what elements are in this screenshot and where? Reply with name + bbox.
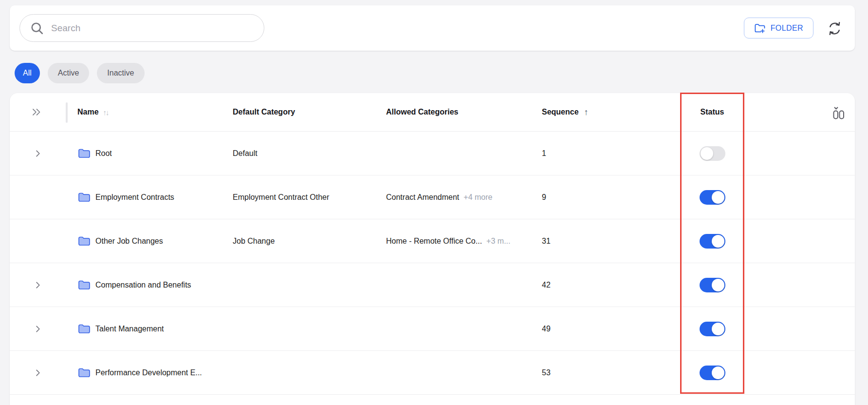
table-header-row: Name ↑↓ Default Category Allowed Categor… [10,93,855,132]
chevron-right-icon [34,368,42,377]
chevron-right-icon [34,149,42,158]
row-sequence: 31 [542,219,551,263]
row-name[interactable]: Compensation and Benefits [95,263,191,307]
column-settings-icon [831,105,845,121]
row-default-category: Job Change [233,219,275,263]
status-toggle[interactable] [700,190,725,205]
add-folder-button[interactable]: FOLDER [744,18,813,39]
sort-both-icon[interactable]: ↑↓ [103,108,109,116]
folder-icon [78,175,91,219]
status-toggle[interactable] [700,146,725,161]
row-expand-chevron[interactable] [31,263,45,307]
row-expand-chevron[interactable] [31,351,45,394]
row-sequence: 49 [542,307,551,350]
folder-icon [78,351,91,394]
row-allowed-categories [386,263,390,307]
column-header-status[interactable]: Status [680,93,744,131]
refresh-icon [827,20,843,37]
chevron-right-icon [34,325,42,333]
row-default-category: Default [233,132,258,175]
status-toggle[interactable] [700,234,725,249]
row-name[interactable]: Other Job Changes [95,219,163,263]
folder-icon [78,132,91,175]
row-expand-chevron[interactable] [31,132,45,175]
folder-plus-icon [754,22,766,34]
filter-all[interactable]: All [15,63,40,83]
double-chevron-right-icon [30,106,43,118]
toggle-knob [701,147,713,160]
folder-icon [78,263,91,307]
column-header-sequence[interactable]: Sequence ↑ [542,93,589,131]
row-allowed-categories [386,307,390,350]
allowed-more-badge[interactable]: +4 more [463,193,492,202]
row-expand-chevron[interactable] [31,307,45,350]
table-row: Performance Development E... 53 [10,351,855,395]
allowed-main: Home - Remote Office Co... [386,237,482,246]
filter-inactive[interactable]: Inactive [97,63,144,83]
row-status-cell [680,263,744,307]
column-header-name-label: Name [77,108,99,116]
folder-icon [78,307,91,350]
expand-all-button[interactable] [29,105,44,119]
row-name[interactable]: Root [95,132,112,175]
row-allowed-categories [386,351,390,394]
add-folder-label: FOLDER [771,24,803,33]
toggle-knob [712,279,724,291]
status-toggle[interactable] [700,366,725,380]
row-status-cell [680,132,744,175]
column-settings-button[interactable] [830,105,846,121]
table-row: Talent Management 49 [10,307,855,351]
row-allowed-categories: Home - Remote Office Co... +3 m... [386,219,510,263]
refresh-button[interactable] [826,19,843,37]
column-header-allowed-categories[interactable]: Allowed Categories [386,93,458,131]
table-row: Root Default 1 [10,132,855,175]
row-status-cell [680,351,744,394]
row-sequence: 53 [542,351,551,394]
row-status-cell [680,175,744,219]
row-allowed-categories: Contract Amendment +4 more [386,175,492,219]
column-header-name[interactable]: Name ↑↓ [77,93,109,131]
table-row: Employment Contracts Employment Contract… [10,175,855,219]
row-name[interactable]: Performance Development E... [95,351,202,394]
column-resize-handle[interactable] [66,102,68,123]
table-row: Compensation and Benefits 42 [10,263,855,307]
search-icon [30,21,44,36]
toggle-knob [712,366,724,379]
row-status-cell [680,219,744,263]
status-filter-group: All Active Inactive [15,63,145,83]
search-input[interactable] [51,23,254,34]
row-default-category: Employment Contract Other [233,175,329,219]
row-sequence: 9 [542,175,546,219]
chevron-right-icon [34,281,42,289]
row-sequence: 42 [542,263,551,307]
row-allowed-categories [386,132,390,175]
column-header-sequence-label: Sequence [542,108,579,116]
table-row: Other Job Changes Job Change Home - Remo… [10,219,855,263]
toggle-knob [712,235,724,248]
allowed-more-badge[interactable]: +3 m... [486,237,510,246]
status-toggle[interactable] [700,278,725,292]
folder-icon [78,219,91,263]
row-status-cell [680,307,744,350]
status-toggle[interactable] [700,322,725,336]
row-name[interactable]: Talent Management [95,307,164,350]
folders-table: Name ↑↓ Default Category Allowed Categor… [10,93,855,405]
sort-ascending-icon: ↑ [584,107,589,117]
toggle-knob [712,191,724,204]
top-toolbar: FOLDER [10,5,855,51]
allowed-main: Contract Amendment [386,193,459,202]
row-name[interactable]: Employment Contracts [95,175,174,219]
search-box[interactable] [19,14,264,42]
column-header-default-category[interactable]: Default Category [233,93,295,131]
filter-active[interactable]: Active [48,63,90,83]
row-sequence: 1 [542,132,546,175]
toggle-knob [712,323,724,335]
